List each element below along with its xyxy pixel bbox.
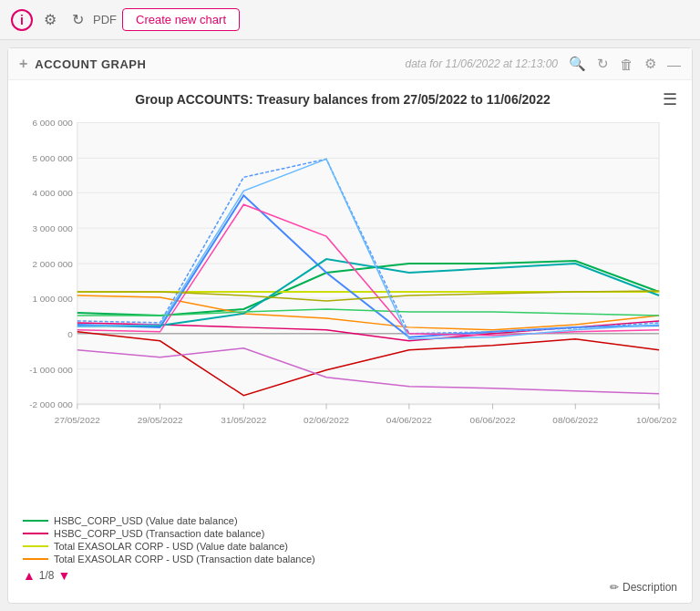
svg-text:2 000 000: 2 000 000 xyxy=(32,259,73,269)
svg-text:10/06/2022: 10/06/2022 xyxy=(636,415,677,425)
legend-line-1 xyxy=(23,520,48,522)
refresh-icon[interactable]: ↻ xyxy=(67,10,88,30)
chart-svg: 6 000 000 5 000 000 4 000 000 3 000 000 … xyxy=(23,113,677,460)
svg-text:29/05/2022: 29/05/2022 xyxy=(138,415,183,425)
search-icon[interactable]: 🔍 xyxy=(569,56,586,72)
legend-line-3 xyxy=(23,545,48,547)
legend-area: HSBC_CORP_USD (Value date balance) HSBC_… xyxy=(8,510,692,588)
legend-line-4 xyxy=(23,558,48,560)
legend-line-2 xyxy=(23,533,48,534)
svg-text:3 000 000: 3 000 000 xyxy=(32,223,73,233)
main-card: + ACCOUNT GRAPH data for 11/06/2022 at 1… xyxy=(7,47,693,604)
legend-item-3: Total EXASOLAR CORP - USD (Value date ba… xyxy=(23,541,677,552)
info-icon[interactable]: i xyxy=(11,9,33,31)
card-header-left: + ACCOUNT GRAPH xyxy=(19,56,146,72)
legend-up-arrow[interactable]: ▲ xyxy=(23,568,36,583)
page-indicator: 1/8 xyxy=(39,569,55,582)
data-timestamp: data for 11/06/2022 at 12:13:00 xyxy=(406,57,558,70)
legend-down-arrow[interactable]: ▼ xyxy=(58,568,71,583)
legend-label-4: Total EXASOLAR CORP - USD (Transaction d… xyxy=(54,554,315,564)
create-chart-button[interactable]: Create new chart xyxy=(122,8,240,31)
card-header-right: data for 11/06/2022 at 12:13:00 🔍 ↻ 🗑 ⚙ … xyxy=(406,56,681,72)
svg-text:5 000 000: 5 000 000 xyxy=(32,153,73,163)
card-header: + ACCOUNT GRAPH data for 11/06/2022 at 1… xyxy=(8,48,692,80)
svg-text:06/06/2022: 06/06/2022 xyxy=(470,415,516,425)
legend-label-2: HSBC_CORP_USD (Transaction date balance) xyxy=(54,528,264,539)
chart-title: Group ACCOUNTS: Treasury balances from 2… xyxy=(23,92,663,107)
description-label: Description xyxy=(623,581,677,594)
svg-text:-2 000 000: -2 000 000 xyxy=(29,399,73,409)
legend-item-4: Total EXASOLAR CORP - USD (Transaction d… xyxy=(23,554,677,564)
delete-icon[interactable]: 🗑 xyxy=(620,57,633,72)
svg-text:27/05/2022: 27/05/2022 xyxy=(55,415,100,425)
chart-title-bar: Group ACCOUNTS: Treasury balances from 2… xyxy=(8,80,692,113)
legend-label-3: Total EXASOLAR CORP - USD (Value date ba… xyxy=(54,541,288,552)
legend-label-1: HSBC_CORP_USD (Value date balance) xyxy=(54,515,238,526)
settings-icon[interactable]: ⚙ xyxy=(644,56,656,72)
svg-text:02/06/2022: 02/06/2022 xyxy=(304,415,349,425)
svg-text:0: 0 xyxy=(67,329,73,339)
refresh-icon[interactable]: ↻ xyxy=(597,56,609,72)
svg-text:08/06/2022: 08/06/2022 xyxy=(552,415,598,425)
pdf-label[interactable]: PDF xyxy=(95,10,115,30)
legend-pagination: ▲ 1/8 ▼ xyxy=(23,568,677,583)
svg-text:1 000 000: 1 000 000 xyxy=(32,294,73,304)
svg-text:6 000 000: 6 000 000 xyxy=(32,118,73,128)
description-icon: ✏ xyxy=(610,581,619,594)
chart-menu-icon[interactable]: ☰ xyxy=(663,89,677,109)
legend-item-2: HSBC_CORP_USD (Transaction date balance) xyxy=(23,528,677,539)
expand-icon[interactable]: + xyxy=(19,56,27,72)
chart-area: 6 000 000 5 000 000 4 000 000 3 000 000 … xyxy=(8,113,692,510)
svg-text:4 000 000: 4 000 000 xyxy=(32,188,73,198)
svg-text:-1 000 000: -1 000 000 xyxy=(29,365,73,375)
card-footer: ✏ Description xyxy=(8,588,692,603)
legend-item-1: HSBC_CORP_USD (Value date balance) xyxy=(23,515,677,526)
minimize-icon[interactable]: — xyxy=(667,57,681,72)
svg-text:04/06/2022: 04/06/2022 xyxy=(386,415,432,425)
description-button[interactable]: ✏ Description xyxy=(610,581,677,594)
top-bar: i ⚙ ↻ PDF Create new chart xyxy=(0,0,700,40)
settings-icon[interactable]: ⚙ xyxy=(40,10,60,30)
card-title: ACCOUNT GRAPH xyxy=(35,57,146,71)
svg-text:31/05/2022: 31/05/2022 xyxy=(221,415,266,425)
